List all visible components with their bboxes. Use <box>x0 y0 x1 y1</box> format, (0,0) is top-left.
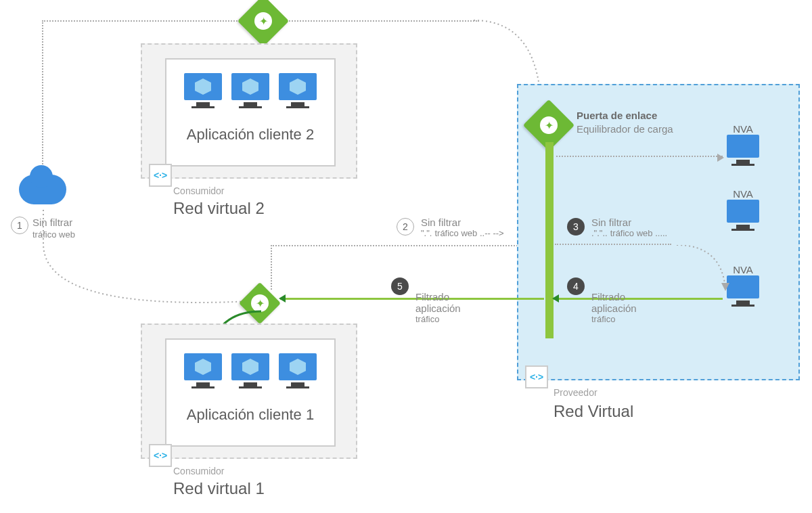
vm-icon <box>231 353 269 388</box>
provider-title: Red Virtual <box>554 402 633 421</box>
connector-mid-h <box>271 245 541 246</box>
gateway-title: Puerta de enlace <box>577 110 657 121</box>
vnet2-app-box: Aplicación cliente 2 <box>165 58 336 166</box>
diagram-canvas: Aplicación cliente 2 <·> Consumidor Red … <box>0 0 812 513</box>
vnet1-role: Consumidor <box>173 466 224 476</box>
step-2-sub: tráfico web ..-- --> <box>434 228 503 238</box>
step-4-l3: tráfico <box>591 314 637 324</box>
vnet2-container: Aplicación cliente 2 <·> <box>141 43 357 179</box>
gateway-green-bar <box>545 142 554 338</box>
vm-icon <box>279 73 317 108</box>
step-5-badge: 5 <box>391 277 409 295</box>
vm-icon <box>184 73 222 108</box>
vnet-icon: <·> <box>525 365 548 388</box>
connector-cloud-to-lb <box>41 210 257 318</box>
top-load-balancer-icon <box>245 3 281 39</box>
step-5-l1: Filtrado <box>415 291 461 303</box>
vnet1-title: Red virtual 1 <box>173 479 265 498</box>
step-1-badge: 1 <box>11 217 28 234</box>
connector-mid-v <box>271 245 272 290</box>
step-4: 4 Filtrado aplicación tráfico <box>567 277 637 324</box>
connector-step3-right <box>555 244 671 245</box>
step-2-title: Sin filtrar <box>421 217 504 228</box>
step-3-pre: .".".. <box>591 228 608 238</box>
step-2-badge: 2 <box>397 218 414 236</box>
nva-1: NVA <box>727 123 759 169</box>
step-3-sub: tráfico web ..... <box>610 228 668 238</box>
vnet-icon: <·> <box>149 164 172 187</box>
vnet2-role: Consumidor <box>173 185 224 196</box>
vnet1-monitors <box>166 353 334 388</box>
step-5-l2: aplicación <box>415 303 461 314</box>
vnet2-app-label: Aplicación cliente 2 <box>166 126 334 143</box>
step-5: 5 Filtrado aplicación tráfico <box>391 277 461 324</box>
connector-to-nva1 <box>556 156 723 157</box>
step-5-l3: tráfico <box>415 314 461 324</box>
connector-top-down <box>42 20 43 177</box>
gateway-load-balancer-icon <box>531 107 567 143</box>
provider-role: Proveedor <box>554 387 597 398</box>
step-2: 2 Sin filtrar ".". tráfico web ..-- --> <box>397 217 504 238</box>
vnet-icon: <·> <box>149 444 172 467</box>
vm-icon <box>184 353 222 388</box>
step-3-badge: 3 <box>567 218 585 236</box>
step-3: 3 Sin filtrar .".".. tráfico web ..... <box>567 217 667 238</box>
vm-icon <box>231 73 269 108</box>
connector-top-right-h <box>276 20 479 22</box>
step-4-l2: aplicación <box>591 303 637 314</box>
step-3-title: Sin filtrar <box>591 217 667 228</box>
vnet1-app-label: Aplicación cliente 1 <box>166 406 334 424</box>
gateway-sub: Equilibrador de carga <box>577 123 673 135</box>
vnet2-monitors <box>166 73 334 108</box>
step-4-badge: 4 <box>567 277 585 295</box>
connector-to-nva3 <box>674 245 732 295</box>
vnet1-app-box: Aplicación cliente 1 <box>165 338 336 447</box>
connector-top-left <box>42 20 250 22</box>
step-2-pre: ".". <box>421 228 432 238</box>
vm-icon <box>279 353 317 388</box>
nva-2: NVA <box>727 188 759 233</box>
cloud-icon <box>19 175 66 204</box>
step-4-l1: Filtrado <box>591 291 637 303</box>
vnet1-container: Aplicación cliente 1 <·> <box>141 324 357 459</box>
